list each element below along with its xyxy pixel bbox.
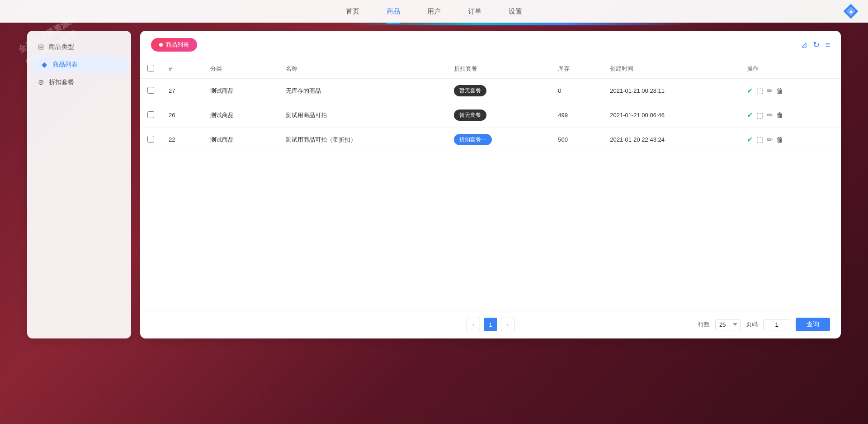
col-id: # bbox=[161, 59, 203, 79]
copy-icon[interactable]: ⬚ bbox=[756, 111, 763, 119]
row-badge-cell: 暂无套餐 bbox=[447, 103, 551, 128]
row-category: 测试商品 bbox=[203, 128, 278, 152]
discount-badge: 暂无套餐 bbox=[454, 110, 486, 121]
copy-icon[interactable]: ⬚ bbox=[756, 135, 763, 144]
row-category: 测试商品 bbox=[203, 103, 278, 128]
row-name: 测试用商品可拍（带折扣） bbox=[278, 128, 447, 152]
nav-item-orders[interactable]: 订单 bbox=[468, 5, 481, 18]
copy-icon[interactable]: ⬚ bbox=[756, 86, 763, 95]
pagination-bar: ‹ 1 › 行数 25 10 50 100 页码 查询 bbox=[140, 310, 841, 338]
circle-slash-icon: ⊘ bbox=[36, 78, 45, 86]
row-actions: ✔ ⬚ ✏ 🗑 bbox=[740, 128, 841, 152]
row-actions: ✔ ⬚ ✏ 🗑 bbox=[740, 103, 841, 128]
row-badge-cell: 暂无套餐 bbox=[447, 79, 551, 103]
delete-icon[interactable]: 🗑 bbox=[776, 136, 783, 144]
svg-text:◆: ◆ bbox=[849, 10, 853, 14]
query-button[interactable]: 查询 bbox=[796, 318, 830, 331]
row-actions: ✔ ⬚ ✏ 🗑 bbox=[740, 79, 841, 103]
col-discount: 折扣套餐 bbox=[447, 59, 551, 79]
row-name: 测试用商品可拍 bbox=[278, 103, 447, 128]
product-table: # 分类 名称 折扣套餐 库存 创建时间 操作 27 测试商品 无库存的商品 bbox=[140, 59, 841, 152]
filter-icon[interactable]: ⊿ bbox=[801, 40, 807, 50]
table-row: 27 测试商品 无库存的商品 暂无套餐 0 2021-01-21 00:28:1… bbox=[140, 79, 841, 103]
columns-icon[interactable]: ≡ bbox=[825, 40, 830, 50]
row-badge-cell: 折扣套餐一 bbox=[447, 128, 551, 152]
col-created: 创建时间 bbox=[603, 59, 740, 79]
discount-badge: 折扣套餐一 bbox=[454, 134, 492, 145]
page-1-button[interactable]: 1 bbox=[484, 318, 497, 331]
enable-icon[interactable]: ✔ bbox=[747, 111, 753, 119]
row-checkbox[interactable] bbox=[147, 111, 154, 118]
page-number-input[interactable] bbox=[763, 319, 790, 330]
row-checkbox-cell bbox=[140, 128, 161, 152]
row-created: 2021-01-21 00:28:11 bbox=[603, 79, 740, 103]
header-actions: ⊿ ↻ ≡ bbox=[801, 40, 830, 50]
content-header: 商品列表 ⊿ ↻ ≡ bbox=[140, 31, 841, 59]
edit-icon[interactable]: ✏ bbox=[767, 86, 773, 95]
row-checkbox-cell bbox=[140, 103, 161, 128]
row-id: 26 bbox=[161, 103, 203, 128]
row-checkbox[interactable] bbox=[147, 136, 154, 143]
discount-badge: 暂无套餐 bbox=[454, 85, 486, 96]
row-id: 22 bbox=[161, 128, 203, 152]
enable-icon[interactable]: ✔ bbox=[747, 86, 753, 95]
top-navigation: 首页 商品 用户 订单 设置 ◆ bbox=[0, 0, 868, 23]
row-checkbox-cell bbox=[140, 79, 161, 103]
row-name: 无库存的商品 bbox=[278, 79, 447, 103]
nav-item-users[interactable]: 用户 bbox=[427, 5, 441, 18]
table-header: # 分类 名称 折扣套餐 库存 创建时间 操作 bbox=[140, 59, 841, 79]
refresh-icon[interactable]: ↻ bbox=[813, 40, 820, 50]
nav-item-products[interactable]: 商品 bbox=[387, 5, 400, 18]
rows-label: 行数 bbox=[698, 320, 710, 329]
nav-gradient bbox=[0, 23, 868, 25]
action-buttons: ✔ ⬚ ✏ 🗑 bbox=[747, 111, 834, 119]
nav-item-home[interactable]: 首页 bbox=[346, 5, 359, 18]
sidebar: ⊞ 商品类型 ◆ 商品列表 ⊘ 折扣套餐 bbox=[27, 31, 131, 338]
content-area: 商品列表 ⊿ ↻ ≡ # 分类 名称 折扣套餐 bbox=[140, 31, 841, 338]
table-row: 26 测试商品 测试用商品可拍 暂无套餐 499 2021-01-21 00:0… bbox=[140, 103, 841, 128]
next-page-button[interactable]: › bbox=[501, 318, 514, 331]
sidebar-item-discount-package[interactable]: ⊘ 折扣套餐 bbox=[27, 73, 131, 91]
col-name: 名称 bbox=[278, 59, 447, 79]
table-body: 27 测试商品 无库存的商品 暂无套餐 0 2021-01-21 00:28:1… bbox=[140, 79, 841, 152]
col-stock: 库存 bbox=[551, 59, 603, 79]
delete-icon[interactable]: 🗑 bbox=[776, 87, 783, 95]
table-row: 22 测试商品 测试用商品可拍（带折扣） 折扣套餐一 500 2021-01-2… bbox=[140, 128, 841, 152]
action-buttons: ✔ ⬚ ✏ 🗑 bbox=[747, 135, 834, 144]
pagination-right: 行数 25 10 50 100 页码 查询 bbox=[698, 318, 830, 331]
row-created: 2021-01-21 00:06:46 bbox=[603, 103, 740, 128]
prev-page-button[interactable]: ‹ bbox=[467, 318, 480, 331]
edit-icon[interactable]: ✏ bbox=[767, 111, 773, 119]
row-stock: 0 bbox=[551, 79, 603, 103]
select-all-checkbox[interactable] bbox=[147, 65, 154, 71]
header-checkbox-cell bbox=[140, 59, 161, 79]
product-list-tab[interactable]: 商品列表 bbox=[151, 38, 197, 52]
nav-item-settings[interactable]: 设置 bbox=[509, 5, 522, 18]
diamond-icon: ◆ bbox=[40, 60, 49, 69]
row-created: 2021-01-20 22:43:24 bbox=[603, 128, 740, 152]
row-stock: 499 bbox=[551, 103, 603, 128]
col-actions: 操作 bbox=[740, 59, 841, 79]
nav-items: 首页 商品 用户 订单 设置 bbox=[346, 5, 522, 18]
main-layout: ⊞ 商品类型 ◆ 商品列表 ⊘ 折扣套餐 商品列表 ⊿ ↻ ≡ bbox=[0, 0, 868, 424]
tab-dot-icon bbox=[159, 43, 163, 47]
delete-icon[interactable]: 🗑 bbox=[776, 111, 783, 119]
sidebar-item-product-list[interactable]: ◆ 商品列表 bbox=[31, 56, 127, 73]
row-checkbox[interactable] bbox=[147, 87, 154, 94]
enable-icon[interactable]: ✔ bbox=[747, 135, 753, 144]
row-stock: 500 bbox=[551, 128, 603, 152]
sidebar-item-product-category[interactable]: ⊞ 商品类型 bbox=[27, 38, 131, 56]
page-size-select[interactable]: 25 10 50 100 bbox=[715, 319, 741, 330]
row-category: 测试商品 bbox=[203, 79, 278, 103]
data-table: # 分类 名称 折扣套餐 库存 创建时间 操作 27 测试商品 无库存的商品 bbox=[140, 59, 841, 310]
logo-icon: ◆ bbox=[843, 3, 859, 19]
grid-icon: ⊞ bbox=[36, 43, 45, 51]
col-category: 分类 bbox=[203, 59, 278, 79]
row-id: 27 bbox=[161, 79, 203, 103]
action-buttons: ✔ ⬚ ✏ 🗑 bbox=[747, 86, 834, 95]
edit-icon[interactable]: ✏ bbox=[767, 135, 773, 144]
page-label: 页码 bbox=[746, 320, 758, 329]
